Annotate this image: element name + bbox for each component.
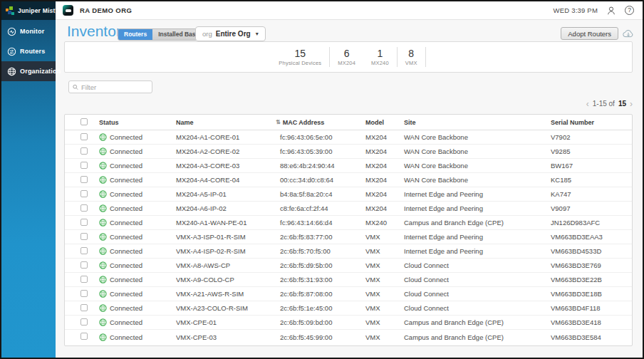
row-checkbox[interactable] bbox=[80, 133, 88, 140]
device-model: VMX bbox=[365, 290, 404, 298]
select-all-checkbox[interactable] bbox=[80, 118, 88, 125]
device-name[interactable]: MX204-A1-CORE-01 bbox=[176, 133, 276, 141]
serial-number: VM663BD4F118 bbox=[551, 304, 632, 312]
status-label: Connected bbox=[110, 147, 142, 155]
help-icon[interactable]: ? bbox=[625, 6, 634, 15]
row-checkbox[interactable] bbox=[80, 290, 88, 297]
row-checkbox[interactable] bbox=[80, 204, 88, 212]
table-row: Connected VMX-A4-ISP-02-R-SIM 2c:6b:f5:7… bbox=[65, 244, 632, 259]
sidebar-item-label: Routers bbox=[20, 48, 45, 55]
col-model[interactable]: Model bbox=[365, 119, 404, 126]
mac-address: 2c:6b:f5:09:bd:00 bbox=[276, 318, 365, 326]
device-name[interactable]: MX204-A2-CORE-02 bbox=[176, 147, 276, 155]
clock: WED 3:39 PM bbox=[554, 6, 598, 14]
col-serial[interactable]: Serial Number bbox=[551, 119, 632, 126]
tab-routers[interactable]: Routers bbox=[118, 29, 152, 40]
device-model: VMX bbox=[365, 261, 404, 269]
device-model: VMX bbox=[365, 233, 404, 241]
site-name: WAN Core Backbone bbox=[404, 176, 551, 184]
site-name: Internet Edge and Peering bbox=[404, 247, 551, 255]
row-checkbox[interactable] bbox=[80, 147, 88, 155]
row-checkbox[interactable] bbox=[80, 233, 88, 240]
device-name[interactable]: MX204-A4-CORE-04 bbox=[176, 176, 276, 184]
col-status[interactable]: Status bbox=[99, 119, 176, 126]
search-icon bbox=[73, 84, 78, 90]
mac-address: 2c:6b:f5:1e:45:00 bbox=[276, 304, 365, 312]
table-row: Connected MX204-A5-IP-01 b4:8a:5f:8a:20:… bbox=[65, 187, 632, 202]
device-name[interactable]: VMX-A23-COLO-R-SIM bbox=[176, 304, 276, 312]
device-model: MX204 bbox=[365, 190, 404, 198]
stat-label: Physical Devices bbox=[279, 60, 321, 66]
col-mac[interactable]: ⇅ MAC Address bbox=[276, 119, 365, 126]
connected-status-icon bbox=[99, 219, 107, 227]
page-total: 15 bbox=[618, 100, 626, 108]
serial-number: JN126D983AFC bbox=[551, 219, 632, 227]
connected-status-icon bbox=[99, 261, 107, 269]
row-checkbox[interactable] bbox=[80, 162, 88, 169]
filter-box bbox=[68, 80, 152, 93]
row-checkbox[interactable] bbox=[80, 261, 88, 269]
device-name[interactable]: MX204-A6-IP-02 bbox=[176, 204, 276, 212]
device-name[interactable]: VMX-A9-COLO-CP bbox=[176, 276, 276, 283]
sidebar-item-organization[interactable]: Organization bbox=[1, 61, 56, 81]
sidebar-item-routers[interactable]: Routers bbox=[1, 41, 56, 61]
juniper-mist-logo-icon bbox=[6, 6, 15, 16]
adopt-routers-button[interactable]: Adopt Routers bbox=[561, 27, 618, 40]
col-name[interactable]: Name bbox=[176, 119, 276, 126]
row-checkbox[interactable] bbox=[80, 176, 88, 183]
site-name: Cloud Connect bbox=[404, 261, 551, 269]
device-name[interactable]: MX240-A1-WAN-PE-01 bbox=[176, 219, 276, 227]
device-model: VMX bbox=[365, 318, 404, 326]
row-checkbox[interactable] bbox=[80, 276, 88, 283]
mac-address: 00:cc:34:d0:c8:64 bbox=[276, 176, 365, 184]
connected-status-icon bbox=[99, 333, 107, 341]
row-checkbox[interactable] bbox=[80, 333, 88, 340]
device-name[interactable]: VMX-A21-AWS-R-SIM bbox=[176, 290, 276, 298]
row-checkbox[interactable] bbox=[80, 304, 88, 311]
cloud-download-icon[interactable] bbox=[623, 28, 634, 41]
device-name[interactable]: MX204-A5-IP-01 bbox=[176, 190, 276, 198]
status-label: Connected bbox=[110, 333, 142, 341]
mac-address: c8:fe:6a:cf:2f:44 bbox=[276, 204, 365, 212]
prev-page-icon[interactable]: ‹ bbox=[586, 100, 589, 108]
site-name: Cloud Connect bbox=[404, 290, 551, 298]
account-icon[interactable] bbox=[606, 6, 616, 16]
row-checkbox[interactable] bbox=[80, 219, 88, 226]
org-switcher[interactable]: RA DEMO ORG bbox=[56, 5, 132, 16]
device-name[interactable]: VMX-A4-ISP-02-R-SIM bbox=[176, 247, 276, 255]
device-name[interactable]: VMX-A8-AWS-CP bbox=[176, 261, 276, 269]
row-checkbox[interactable] bbox=[80, 318, 88, 326]
sidebar-nav: Monitor Routers Organization bbox=[1, 21, 56, 81]
col-mac-label: MAC Address bbox=[283, 119, 325, 126]
col-site[interactable]: Site bbox=[404, 119, 551, 126]
device-model: MX204 bbox=[365, 176, 404, 184]
device-model: VMX bbox=[365, 247, 404, 255]
device-model: VMX bbox=[365, 333, 404, 341]
filter-input[interactable] bbox=[81, 83, 148, 91]
row-checkbox[interactable] bbox=[80, 247, 88, 254]
site-name: Internet Edge and Peering bbox=[404, 190, 551, 198]
device-name[interactable]: VMX-CPE-03 bbox=[176, 333, 276, 341]
table-row: Connected VMX-CPE-03 2c:6b:f5:45:99:00 V… bbox=[65, 330, 632, 344]
stat-value: 8 bbox=[405, 48, 417, 59]
mac-address: 2c:6b:f5:87:08:00 bbox=[276, 290, 365, 298]
status-label: Connected bbox=[110, 162, 142, 170]
connected-status-icon bbox=[99, 233, 107, 241]
table-row: Connected VMX-A23-COLO-R-SIM 2c:6b:f5:1e… bbox=[65, 301, 632, 316]
sidebar-item-monitor[interactable]: Monitor bbox=[1, 21, 56, 41]
scope-select[interactable]: org Entire Org ▾ bbox=[195, 26, 266, 41]
table-row: Connected VMX-CPE-01 2c:6b:f5:09:bd:00 V… bbox=[65, 316, 632, 330]
serial-number: KA747 bbox=[551, 190, 632, 198]
device-name[interactable]: VMX-A3-ISP-01-R-SIM bbox=[176, 233, 276, 241]
status-label: Connected bbox=[110, 233, 142, 241]
sort-icon: ⇅ bbox=[276, 119, 281, 125]
device-name[interactable]: MX204-A3-CORE-03 bbox=[176, 162, 276, 170]
site-name: Internet Edge and Peering bbox=[404, 233, 551, 241]
serial-number: V9097 bbox=[551, 204, 632, 212]
connected-status-icon bbox=[99, 204, 107, 212]
next-page-icon[interactable]: › bbox=[630, 100, 633, 108]
row-checkbox[interactable] bbox=[80, 190, 88, 197]
brand: Juniper Mist™ bbox=[1, 1, 56, 20]
inventory-table: Status Name ⇅ MAC Address Model Site Ser… bbox=[64, 114, 633, 346]
device-name[interactable]: VMX-CPE-01 bbox=[176, 318, 276, 326]
